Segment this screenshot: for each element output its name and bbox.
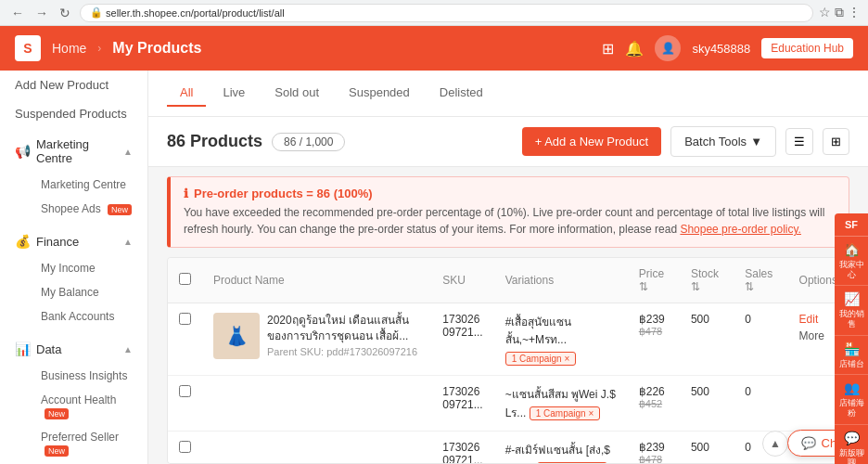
add-new-product-button[interactable]: + Add a New Product xyxy=(522,127,662,156)
tab-suspended[interactable]: Suspended xyxy=(336,80,423,107)
sales-1: 0 xyxy=(734,303,787,376)
float-panel-item-sales[interactable]: 📈我的销售 xyxy=(835,286,868,335)
sidebar-item-bank-accounts[interactable]: Bank Accounts xyxy=(26,304,147,329)
extension-icon[interactable]: ⧉ xyxy=(835,5,844,20)
batch-tools-chevron-icon: ▼ xyxy=(750,135,762,148)
row3-checkbox[interactable] xyxy=(179,441,191,453)
float-panel-item-store[interactable]: 🏪店铺台 xyxy=(835,336,868,376)
select-all-checkbox[interactable] xyxy=(179,273,191,285)
campaign-badge-1: 1 Campaign × xyxy=(505,352,577,366)
account-health-new-badge: New xyxy=(45,408,69,419)
product-cell-2 xyxy=(202,376,431,432)
sidebar: Add New Product Suspended Products 📢 Mar… xyxy=(0,71,148,464)
star-icon[interactable]: ☆ xyxy=(819,5,831,20)
sales-float-icon: 📈 xyxy=(838,291,864,307)
more-button-1[interactable]: More xyxy=(799,329,837,342)
scroll-up-button[interactable]: ▲ xyxy=(762,431,788,457)
shopee-ads-new-badge: New xyxy=(108,204,132,215)
store-float-icon: 🏪 xyxy=(838,342,864,357)
campaign-close-icon-2[interactable]: × xyxy=(589,408,594,419)
header-right: ⊞ 🔔 👤 sky458888 Education Hub xyxy=(602,35,853,61)
list-view-button[interactable]: ☰ xyxy=(785,128,813,155)
campaign-close-icon[interactable]: × xyxy=(565,354,570,364)
menu-icon[interactable]: ⋮ xyxy=(848,5,861,20)
col-stock: Stock ⇅ xyxy=(680,258,734,303)
sidebar-item-marketing-centre[interactable]: Marketing Centre xyxy=(26,173,147,197)
bell-icon[interactable]: 🔔 xyxy=(625,40,644,58)
float-panel-item-fans[interactable]: 👥店铺海粉 xyxy=(835,375,868,424)
stock-3: 500 xyxy=(680,432,734,465)
finance-collapse-arrow: ▲ xyxy=(123,237,133,247)
data-icon: 📊 xyxy=(15,342,31,356)
top-header: S Home › My Products ⊞ 🔔 👤 sky458888 Edu… xyxy=(0,26,868,71)
row2-checkbox[interactable] xyxy=(179,385,191,397)
product-quota-badge: 86 / 1,000 xyxy=(272,133,345,151)
sidebar-item-shopee-ads[interactable]: Shopee Ads New xyxy=(26,197,147,221)
stock-1: 500 xyxy=(680,303,734,376)
sales-2: 0 xyxy=(734,376,787,432)
education-hub-button[interactable]: Education Hub xyxy=(761,38,853,58)
product-tabs: All Live Sold out Suspended Delisted xyxy=(167,80,496,107)
tab-delisted[interactable]: Delisted xyxy=(427,80,496,107)
sku-3: 17302609721... xyxy=(431,432,493,465)
variation-1: #เสื้อสุนัขแซนสั้น,~+Mรท... 1 Campaign × xyxy=(494,303,628,376)
chat-float-icon: 💬 xyxy=(838,431,864,446)
product-count: 86 Products 86 / 1,000 xyxy=(167,132,345,151)
edit-button-1[interactable]: Edit xyxy=(799,313,819,326)
refresh-button[interactable]: ↻ xyxy=(56,4,74,22)
sidebar-item-my-income[interactable]: My Income xyxy=(26,256,147,280)
price-3: ฿239 ฿478 xyxy=(628,432,680,465)
sidebar-data-submenu: Business Insights Account Health New Pre… xyxy=(0,360,147,464)
sidebar-item-add-product[interactable]: Add New Product xyxy=(0,71,147,99)
parent-sku-1: Parent SKU: pdd#173026097216 xyxy=(267,346,420,357)
grid-icon[interactable]: ⊞ xyxy=(602,40,614,58)
sf-float-panel: SF 🏠我家中心 📈我的销售 🏪店铺台 👥店铺海粉 💬新版聊聊 📦采购订单 ? xyxy=(835,213,868,464)
marketing-icon: 📢 xyxy=(15,144,31,159)
price-2: ฿226 ฿452 xyxy=(628,376,680,432)
alert-icon: ℹ xyxy=(184,187,188,200)
home-link[interactable]: Home xyxy=(52,41,86,56)
page-title: My Products xyxy=(112,40,201,57)
back-button[interactable]: ← xyxy=(7,4,28,22)
sidebar-section-data[interactable]: 📊 Data ▲ xyxy=(0,332,147,360)
sku-2: 17302609721... xyxy=(431,376,493,432)
sidebar-section-finance[interactable]: 💰 Finance ▲ xyxy=(0,225,147,252)
table-row: 17302609721... ~แซนสั้นสีสม พูWei J.$ Lร… xyxy=(168,376,849,432)
float-panel-item-chat[interactable]: 💬新版聊聊 xyxy=(835,425,868,464)
sku-1: 17302609721... xyxy=(431,303,493,376)
lock-icon: 🔒 xyxy=(90,6,103,19)
tab-sold-out[interactable]: Sold out xyxy=(262,80,332,107)
batch-tools-button[interactable]: Batch Tools ▼ xyxy=(670,126,776,157)
sidebar-section-marketing[interactable]: 📢 Marketing Centre ▲ xyxy=(0,128,147,169)
sidebar-item-business-insights[interactable]: Business Insights xyxy=(26,364,147,388)
price-1: ฿239 ฿478 xyxy=(628,303,680,376)
tab-all[interactable]: All xyxy=(167,80,206,107)
sidebar-item-my-balance[interactable]: My Balance xyxy=(26,280,147,304)
main-area: Add New Product Suspended Products 📢 Mar… xyxy=(0,71,868,464)
campaign-badge-2: 1 Campaign × xyxy=(530,406,601,420)
preferred-seller-new-badge: New xyxy=(45,445,69,457)
address-bar[interactable]: 🔒 seller.th.shopee.cn/portal/product/lis… xyxy=(80,4,813,22)
tab-live[interactable]: Live xyxy=(210,80,258,107)
col-price: Price ⇅ xyxy=(628,258,680,303)
finance-icon: 💰 xyxy=(15,234,31,249)
col-variations: Variations xyxy=(494,258,628,303)
row1-checkbox[interactable] xyxy=(179,313,191,325)
product-cell-3 xyxy=(202,432,431,465)
product-count-label: 86 Products xyxy=(167,132,262,151)
sidebar-item-suspended-products[interactable]: Suspended Products xyxy=(0,99,147,128)
forward-button[interactable]: → xyxy=(32,4,52,22)
marketing-collapse-arrow: ▲ xyxy=(123,147,133,157)
float-panel-item-home[interactable]: 🏠我家中心 xyxy=(835,237,868,286)
sidebar-item-preferred-seller[interactable]: Preferred Seller New xyxy=(26,425,147,462)
toolbar-actions: + Add a New Product Batch Tools ▼ ☰ ⊞ xyxy=(522,126,849,157)
preorder-policy-link[interactable]: Shopee pre-order policy. xyxy=(680,223,801,236)
sidebar-item-account-health[interactable]: Account Health New xyxy=(26,388,147,425)
preorder-alert: ℹ Pre-order products = 86 (100%) You hav… xyxy=(167,176,849,248)
chat-icon: 💬 xyxy=(801,436,816,450)
product-image-1: 👗 xyxy=(213,313,260,359)
toolbar: 86 Products 86 / 1,000 + Add a New Produ… xyxy=(148,117,868,167)
products-table: Product Name SKU Variations Price ⇅ Stoc… xyxy=(167,257,849,464)
col-product-name: Product Name xyxy=(202,258,431,303)
grid-view-button[interactable]: ⊞ xyxy=(823,128,849,155)
